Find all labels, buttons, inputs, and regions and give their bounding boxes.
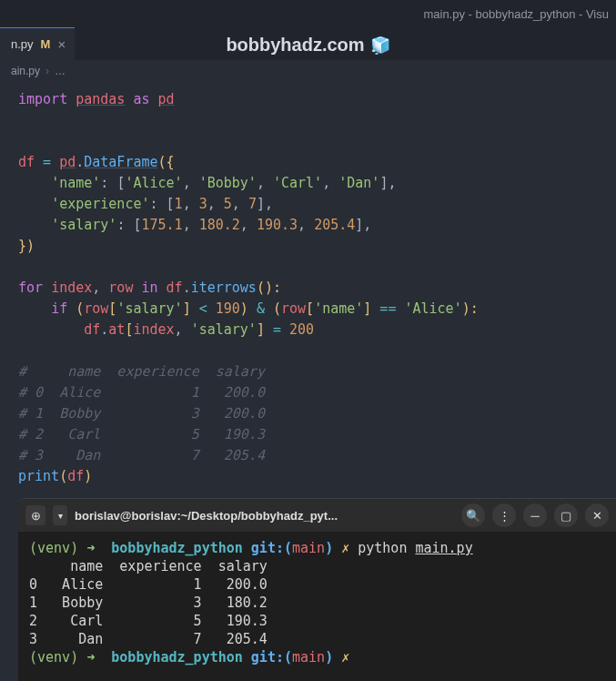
terminal-panel: ⊕ ▾ borislav@borislav:~/Desktop/bobbyhad… [18,498,616,681]
maximize-icon[interactable]: ▢ [554,503,578,527]
chevron-right-icon: › [45,65,49,77]
terminal-table-output: name experience salary 0 Alice 1 200.0 1… [29,558,268,647]
breadcrumb[interactable]: ain.py › … [0,60,616,82]
comment-line: # name experience salary [5,361,265,382]
breadcrumb-more: … [55,65,66,77]
comment-line: # 0 Alice 1 200.0 [5,382,265,403]
terminal-title: borislav@borislav:~/Desktop/bobbyhadz_py… [75,509,338,523]
window-title-bar: main.py - bobbyhadz_python - Visu [0,0,616,27]
minimize-icon[interactable]: ─ [523,503,547,527]
close-icon[interactable]: × [57,36,66,52]
tab-main-py[interactable]: n.py M × [0,27,75,60]
terminal-title-bar: ⊕ ▾ borislav@borislav:~/Desktop/bobbyhad… [18,499,616,532]
search-icon[interactable]: 🔍 [461,503,485,527]
watermark: bobbyhadz.com 🧊 [226,35,389,56]
close-icon[interactable]: ✕ [585,503,609,527]
cube-icon: 🧊 [370,36,390,56]
comment-line: # 2 Carl 5 190.3 [5,424,265,445]
code-editor[interactable]: import pandas as pd df = pd.DataFrame({ … [0,82,616,487]
menu-icon[interactable]: ⋮ [492,503,516,527]
terminal-output[interactable]: (venv) ➜ bobbyhadz_python git:(main) ✗ p… [18,532,616,681]
comment-line: # 1 Bobby 3 200.0 [5,403,265,424]
dropdown-button[interactable]: ▾ [53,505,67,525]
breadcrumb-file: ain.py [11,65,40,77]
new-tab-button[interactable]: ⊕ [25,505,45,525]
watermark-text: bobbyhadz.com [226,35,364,56]
comment-line: # 3 Dan 7 205.4 [5,445,265,466]
window-title: main.py - bobbyhadz_python - Visu [423,7,609,21]
tab-modified-badge: M [41,37,51,51]
tab-filename: n.py [11,37,34,51]
